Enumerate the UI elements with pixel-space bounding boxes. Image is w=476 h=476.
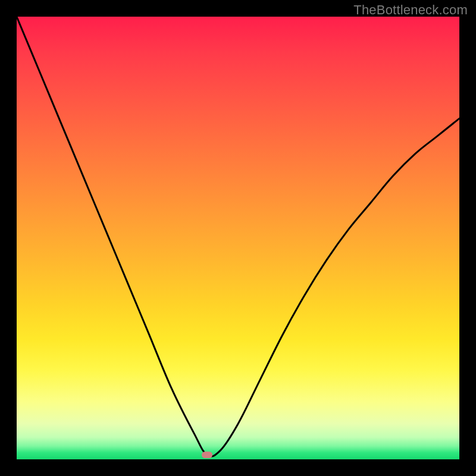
watermark-text: TheBottleneck.com [353,2,468,18]
plot-area [17,17,459,459]
chart-frame: TheBottleneck.com [0,0,476,476]
minimum-marker [202,452,212,458]
bottleneck-curve [17,17,459,459]
